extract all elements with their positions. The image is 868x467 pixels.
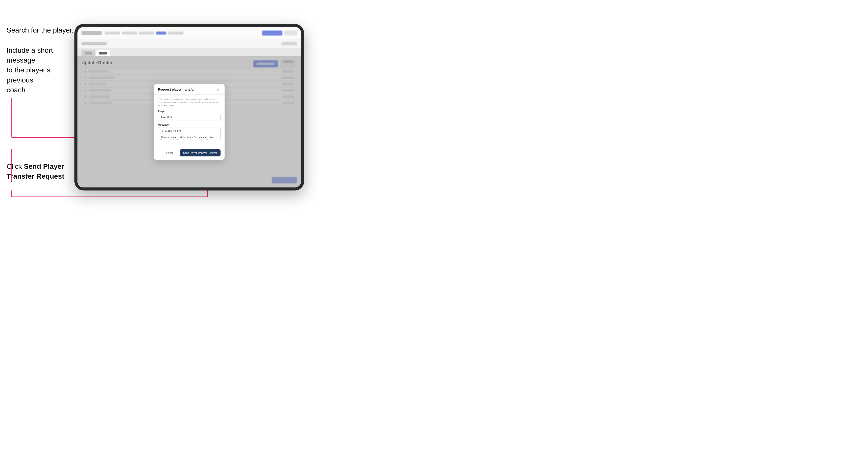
app-header: [78, 27, 301, 39]
modal-overlay: Request player transfer ✕ If the player …: [78, 56, 301, 187]
tab-1-label: [85, 52, 92, 55]
sub-header: [78, 39, 301, 48]
header-secondary-btn: [284, 31, 297, 36]
modal-footer: Cancel Send Player Transfer Request: [154, 147, 224, 160]
nav-item-3: [139, 32, 154, 35]
tab-1: [82, 50, 95, 56]
modal-close-button[interactable]: ✕: [216, 87, 220, 92]
tab-2-label: [99, 52, 107, 55]
nav-item-2: [122, 32, 137, 35]
tablet-device: Update Roster: [74, 24, 304, 190]
player-form-group: Player: [158, 110, 220, 121]
sub-header-breadcrumb: [82, 42, 107, 45]
sub-header-action: [282, 42, 297, 45]
header-logo: [82, 31, 102, 35]
cancel-button[interactable]: Cancel: [163, 149, 178, 156]
header-nav: [105, 32, 183, 35]
message-textarea[interactable]: Hi Coach McHarg, Please accept this tran…: [158, 127, 220, 140]
header-cta-btn: [262, 31, 282, 36]
tabs-bar: [78, 48, 301, 56]
send-transfer-button[interactable]: Send Player Transfer Request: [180, 149, 220, 156]
tablet-screen: Update Roster: [78, 27, 301, 187]
main-content: Update Roster: [78, 56, 301, 187]
annotation-search: Search for the player.: [6, 25, 74, 35]
nav-item-4-active: [156, 32, 166, 35]
modal-header: Request player transfer ✕: [154, 84, 224, 95]
annotation-message: Include a short messageto the player's p…: [6, 45, 72, 95]
message-label: Message: [158, 123, 220, 126]
header-right: [262, 31, 297, 36]
player-label: Player: [158, 110, 220, 113]
message-form-group: Message Hi Coach McHarg, Please accept t…: [158, 123, 220, 141]
nav-item-5: [168, 32, 183, 35]
modal-title: Request player transfer: [158, 88, 194, 91]
modal-body: If the player is transferring from anoth…: [154, 95, 224, 147]
player-input[interactable]: [158, 114, 220, 121]
nav-item-1: [105, 32, 120, 35]
request-transfer-modal: Request player transfer ✕ If the player …: [154, 84, 224, 160]
tab-2-active: [96, 50, 110, 56]
modal-description: If the player is transferring from anoth…: [158, 98, 220, 107]
annotation-click: Click Send PlayerTransfer Request: [6, 161, 64, 181]
